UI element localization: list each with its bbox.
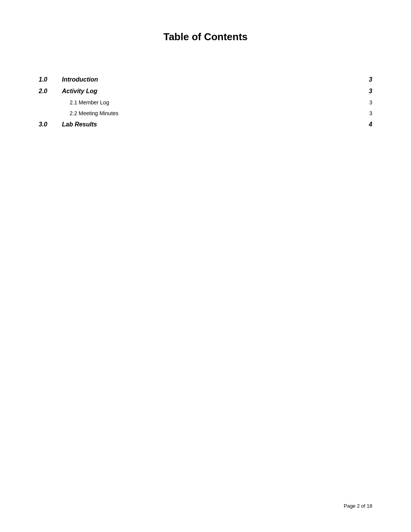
toc-container: 1.0 Introduction 3 2.0 Activity Log 3 2.… (39, 74, 372, 130)
toc-row-3[interactable]: 2.1 Member Log 3 (39, 97, 372, 108)
toc-page: 3 (357, 110, 372, 116)
toc-page: 3 (357, 88, 372, 95)
document-page: Table of Contents 1.0 Introduction 3 2.0… (0, 0, 411, 532)
toc-label: Introduction (62, 76, 357, 83)
toc-page: 3 (357, 76, 372, 83)
page-footer: Page 2 of 18 (344, 503, 372, 509)
toc-number: 1.0 (39, 76, 62, 83)
toc-page: 4 (357, 121, 372, 128)
page-title: Table of Contents (39, 31, 372, 43)
toc-row-1[interactable]: 1.0 Introduction 3 (39, 74, 372, 85)
footer-prefix: Page (344, 503, 357, 509)
toc-number: 2.0 (39, 88, 62, 95)
toc-number: 3.0 (39, 121, 62, 128)
toc-label: Activity Log (62, 88, 357, 95)
toc-label: Lab Results (62, 121, 357, 128)
toc-label: 2.2 Meeting Minutes (54, 110, 357, 116)
toc-row-4[interactable]: 2.2 Meeting Minutes 3 (39, 108, 372, 119)
toc-row-2[interactable]: 2.0 Activity Log 3 (39, 85, 372, 97)
toc-page: 3 (357, 99, 372, 106)
toc-row-5[interactable]: 3.0 Lab Results 4 (39, 119, 372, 130)
footer-total-pages: 18 (367, 503, 372, 509)
footer-separator: of (360, 503, 366, 509)
toc-label: 2.1 Member Log (54, 99, 357, 106)
